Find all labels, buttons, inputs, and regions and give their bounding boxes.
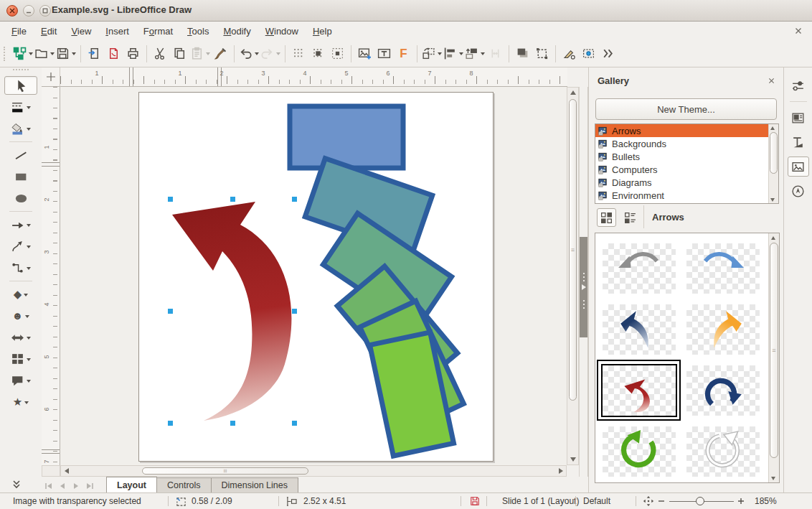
selection-handle[interactable] [292, 421, 297, 426]
redo-button[interactable] [260, 44, 281, 63]
menu-view[interactable]: View [64, 24, 98, 39]
selection-handle[interactable] [168, 421, 173, 426]
gallery-thumbnail-navy-circular-arrow[interactable] [681, 360, 765, 421]
shadow-button[interactable] [513, 44, 532, 63]
export-pdf-button[interactable] [104, 44, 123, 63]
toolbar-more-button[interactable] [11, 480, 29, 491]
theme-list-scrollbar[interactable] [768, 124, 778, 203]
toolbar-overflow-button[interactable] [598, 44, 618, 63]
edit-points-button[interactable] [560, 44, 579, 63]
zoom-level[interactable]: 185% [755, 493, 777, 509]
horizontal-scrollbar-thumb[interactable]: ≡ [142, 467, 308, 475]
undo-button[interactable] [238, 44, 260, 63]
page-tab-layout[interactable]: Layout [106, 477, 157, 492]
list-view-button[interactable] [620, 208, 640, 227]
gallery-thumbnail-red-curved-arrow[interactable] [597, 360, 681, 421]
selection-handle[interactable] [230, 421, 235, 426]
save-button[interactable] [55, 44, 77, 63]
open-button[interactable] [34, 44, 55, 63]
block-arrows-button[interactable] [4, 328, 37, 347]
ellipse-button[interactable] [4, 189, 37, 207]
transformations-button[interactable] [421, 44, 443, 63]
fontwork-button[interactable]: F [394, 44, 413, 63]
menu-modify[interactable]: Modify [216, 24, 258, 39]
sidebar-tab-shapes-deck[interactable] [788, 132, 809, 152]
sidebar-tab-gallery-deck[interactable] [788, 157, 809, 177]
insert-image-button[interactable] [355, 44, 374, 63]
window-close-button[interactable] [6, 5, 18, 17]
select-button[interactable] [4, 76, 37, 95]
menu-window[interactable]: Window [258, 24, 306, 39]
sidebar-tab-page-deck[interactable] [788, 108, 809, 128]
paste-button[interactable] [189, 44, 211, 63]
page-tab-dimension-lines[interactable]: Dimension Lines [211, 477, 298, 492]
gallery-theme-diagrams[interactable]: Diagrams [595, 176, 778, 189]
cut-button[interactable] [151, 44, 170, 63]
gluepoints-button[interactable] [579, 44, 598, 63]
gallery-thumbnail-blue-curved-arrow[interactable] [681, 238, 765, 299]
vertical-scrollbar[interactable]: ≡ [567, 87, 579, 465]
export-button[interactable] [85, 44, 104, 63]
page-tab-controls[interactable]: Controls [156, 477, 212, 492]
last-page-button[interactable] [82, 479, 96, 492]
gallery-theme-environment[interactable]: Environment [595, 189, 778, 202]
drawing-canvas[interactable] [60, 87, 567, 465]
fill-style-color-button[interactable] [4, 119, 37, 138]
copy-button[interactable] [170, 44, 189, 63]
gallery-thumbnail-gray-curved-arrow[interactable] [597, 238, 681, 299]
print-button[interactable] [123, 44, 143, 63]
distribute-button[interactable] [486, 44, 505, 63]
new-drawing-button[interactable] [12, 44, 34, 63]
selection-handle[interactable] [168, 309, 173, 314]
document-red-arrow[interactable] [172, 202, 291, 421]
helplines-while-moving-button[interactable] [328, 44, 347, 63]
basic-shapes-button[interactable]: ◆ [4, 285, 37, 304]
stars-and-banners-button[interactable]: ★ [4, 393, 37, 411]
page-style[interactable]: Default [583, 493, 610, 509]
first-page-button[interactable] [42, 479, 55, 492]
display-grid-button[interactable] [289, 44, 308, 63]
document-rectangle-1[interactable] [290, 106, 403, 168]
next-page-button[interactable] [69, 479, 82, 492]
zoom-out-button[interactable] [658, 493, 665, 509]
crop-image-button[interactable] [532, 44, 552, 63]
arrange-button[interactable] [464, 44, 486, 63]
flowchart-shapes-button[interactable] [4, 350, 37, 368]
gallery-thumbnail-orange-swoosh-arrow[interactable] [681, 299, 765, 360]
theme-scroll-down[interactable] [768, 196, 777, 203]
theme-scroll-up[interactable] [768, 124, 777, 131]
sidebar-tab-navigator-deck[interactable] [788, 181, 809, 201]
gallery-close-button[interactable] [768, 78, 775, 84]
sidebar-splitter-handle[interactable] [580, 237, 587, 337]
thumbnails-scrollbar-thumb[interactable]: ≡ [770, 243, 778, 458]
selection-handle[interactable] [168, 197, 173, 202]
thumbs-scroll-down[interactable] [768, 474, 778, 482]
previous-page-button[interactable] [55, 479, 69, 492]
toolbar-grip[interactable] [13, 69, 29, 73]
thumbs-scroll-up[interactable] [768, 233, 778, 242]
scroll-left-button[interactable] [61, 466, 72, 476]
thumbnails-scrollbar[interactable]: ≡ [768, 233, 779, 482]
selection-handle[interactable] [292, 309, 297, 314]
zoom-in-button[interactable] [737, 493, 745, 509]
rectangle-button[interactable] [4, 167, 37, 186]
connectors-button[interactable] [4, 258, 37, 277]
fit-slide-button[interactable] [643, 493, 654, 509]
gallery-thumbnail-navy-swoosh-arrow[interactable] [597, 299, 681, 360]
window-minimize-button[interactable] [23, 5, 34, 17]
gallery-theme-bullets[interactable]: Bullets [595, 150, 778, 163]
new-theme-button[interactable]: New Theme... [595, 98, 777, 120]
line-style-color-button[interactable] [4, 98, 37, 116]
sidebar-tab-properties[interactable] [788, 75, 809, 95]
selection-handle[interactable] [230, 197, 235, 202]
menu-insert[interactable]: Insert [98, 24, 136, 39]
document-modified-icon[interactable] [470, 493, 480, 509]
callout-shapes-button[interactable] [4, 371, 37, 390]
scroll-down-button[interactable] [567, 454, 578, 464]
scroll-up-button[interactable] [567, 88, 578, 98]
insert-text-box-button[interactable] [374, 44, 394, 63]
gallery-theme-computers[interactable]: Computers [595, 163, 778, 176]
symbol-shapes-button[interactable]: ☻ [4, 307, 37, 325]
toolbar-grip[interactable] [4, 47, 9, 61]
gallery-thumbnail-outline-circle-arrow[interactable] [681, 421, 765, 482]
